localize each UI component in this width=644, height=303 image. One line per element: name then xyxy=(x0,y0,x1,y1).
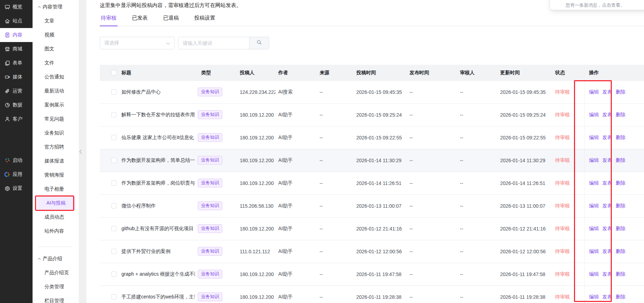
delete-link[interactable]: 删除 xyxy=(616,112,625,118)
publish-link[interactable]: 发表 xyxy=(602,203,612,209)
section-header[interactable]: 内容管理 xyxy=(33,0,79,14)
row-source: -- xyxy=(320,203,356,209)
edit-link[interactable]: 编辑 xyxy=(589,112,599,118)
row-checkbox[interactable] xyxy=(111,249,117,254)
publish-link[interactable]: 发表 xyxy=(602,294,612,300)
sidebar-item-应用[interactable]: 应用 xyxy=(0,167,33,181)
edit-link[interactable]: 编辑 xyxy=(589,135,599,141)
row-checkbox[interactable] xyxy=(111,112,117,117)
search-button[interactable] xyxy=(249,37,269,49)
row-title: graph + analytics 根据这个生成不同 xyxy=(119,271,198,277)
sidebar-item-公告通知[interactable]: 公告通知 xyxy=(36,70,76,84)
sidebar-item-启动[interactable]: 启动 xyxy=(0,153,33,167)
sidebar-item-分类管理[interactable]: 分类管理 xyxy=(36,280,76,294)
publish-link[interactable]: 发表 xyxy=(602,157,612,164)
publish-link[interactable]: 发表 xyxy=(602,112,612,118)
sidebar-item-案例展示[interactable]: 案例展示 xyxy=(36,98,76,112)
select-all-checkbox[interactable] xyxy=(111,70,117,75)
edit-link[interactable]: 编辑 xyxy=(589,180,599,186)
delete-link[interactable]: 删除 xyxy=(616,135,625,141)
delete-link[interactable]: 删除 xyxy=(616,89,625,95)
publish-link[interactable]: 发表 xyxy=(602,135,612,141)
sidebar-item-站外内容[interactable]: 站外内容 xyxy=(36,224,76,238)
col-update-time: 更新时间 xyxy=(500,70,555,76)
delete-link[interactable]: 删除 xyxy=(616,226,625,232)
sidebar-item-数据[interactable]: 数据 xyxy=(0,98,33,112)
row-submitter: 180.109.12.200 xyxy=(240,294,278,300)
sidebar-item-运营[interactable]: 运营 xyxy=(0,84,33,98)
row-submit-time: 2026-01-14 11:30:29 xyxy=(356,158,410,163)
sidebar-item-媒体报道[interactable]: 媒体报道 xyxy=(36,154,76,168)
sidebar-item-媒体[interactable]: 媒体 xyxy=(0,70,33,84)
delete-link[interactable]: 删除 xyxy=(616,180,625,186)
sidebar-item-图文[interactable]: 图文 xyxy=(36,42,76,56)
row-publish-time: -- xyxy=(410,249,460,254)
table-row: 手工搭建centos下的web环境，主要 业务知识 180.109.12.200… xyxy=(100,286,644,303)
delete-link[interactable]: 删除 xyxy=(616,203,625,209)
publish-link[interactable]: 发表 xyxy=(602,180,612,186)
sidebar-item-概览[interactable]: 概览 xyxy=(0,0,33,14)
sidebar-item-官方招聘[interactable]: 官方招聘 xyxy=(36,140,76,154)
section-header[interactable]: 产品介绍 xyxy=(33,252,79,266)
edit-link[interactable]: 编辑 xyxy=(589,89,599,95)
sidebar-item-内容[interactable]: 内容 xyxy=(0,28,33,42)
col-title: 标题 xyxy=(119,70,198,76)
sidebar-item-电子相册[interactable]: 电子相册 xyxy=(36,182,76,196)
sidebar-item-视频[interactable]: 视频 xyxy=(36,28,76,42)
delete-link[interactable]: 删除 xyxy=(616,157,625,164)
sidebar-item-业务知识[interactable]: 业务知识 xyxy=(36,126,76,140)
row-author: AI助手 xyxy=(278,157,320,164)
edit-link[interactable]: 编辑 xyxy=(589,248,599,255)
collapse-sidebar-handle[interactable] xyxy=(79,149,82,155)
status-badge: 待审核 xyxy=(555,180,584,186)
row-checkbox[interactable] xyxy=(111,180,117,186)
type-select[interactable]: 请选择 xyxy=(100,37,175,49)
edit-link[interactable]: 编辑 xyxy=(589,294,599,300)
delete-link[interactable]: 删除 xyxy=(616,248,625,255)
row-checkbox[interactable] xyxy=(111,271,117,277)
edit-link[interactable]: 编辑 xyxy=(589,271,599,277)
sidebar-item-文件[interactable]: 文件 xyxy=(36,56,76,70)
keyword-input[interactable] xyxy=(178,37,250,49)
sidebar-item-label: 概览 xyxy=(13,4,22,10)
sidebar-section-产品介绍: 产品介绍 产品介绍页 分类管理 栏目管理 xyxy=(33,252,79,303)
tab-已发表[interactable]: 已发表 xyxy=(131,15,149,26)
sidebar-item-产品介绍页[interactable]: 产品介绍页 xyxy=(36,266,76,280)
row-checkbox[interactable] xyxy=(111,294,117,299)
publish-link[interactable]: 发表 xyxy=(602,226,612,232)
row-checkbox[interactable] xyxy=(111,203,117,208)
sidebar-item-最新活动[interactable]: 最新活动 xyxy=(36,84,76,98)
row-checkbox[interactable] xyxy=(111,158,117,163)
sidebar-subitem-label: 成员动态 xyxy=(44,214,64,220)
row-author: AI搜索 xyxy=(278,89,320,95)
edit-link[interactable]: 编辑 xyxy=(589,203,599,209)
tab-待审核[interactable]: 待审核 xyxy=(100,15,118,26)
tab-投稿设置[interactable]: 投稿设置 xyxy=(193,15,216,26)
sidebar-item-商城[interactable]: 商城 xyxy=(0,42,33,56)
edit-link[interactable]: 编辑 xyxy=(589,226,599,232)
edit-link[interactable]: 编辑 xyxy=(589,157,599,164)
row-submit-time: 2026-01-14 11:26:51 xyxy=(356,180,410,186)
tab-已退稿[interactable]: 已退稿 xyxy=(162,15,180,26)
notification-toast[interactable]: 您有一条新消息，点击查看。 xyxy=(550,0,644,10)
delete-link[interactable]: 删除 xyxy=(616,271,625,277)
row-reviewer: -- xyxy=(460,294,500,300)
sidebar-item-文章[interactable]: 文章 xyxy=(36,14,76,28)
sidebar-item-成员动态[interactable]: 成员动态 xyxy=(36,210,76,224)
row-submit-time: 2026-01-11 19:28:38 xyxy=(356,294,410,300)
sidebar-item-设置[interactable]: 设置 xyxy=(0,181,33,195)
sidebar-item-AI与投稿[interactable]: AI与投稿 xyxy=(36,196,76,210)
publish-link[interactable]: 发表 xyxy=(602,248,612,255)
sidebar-item-营销海报[interactable]: 营销海报 xyxy=(36,168,76,182)
sidebar-item-客户[interactable]: 客户 xyxy=(0,112,33,126)
sidebar-item-站点[interactable]: 站点 xyxy=(0,14,33,28)
row-checkbox[interactable] xyxy=(111,89,117,95)
sidebar-item-常见问题[interactable]: 常见问题 xyxy=(36,112,76,126)
publish-link[interactable]: 发表 xyxy=(602,89,612,95)
sidebar-item-表单[interactable]: 表单 xyxy=(0,56,33,70)
row-checkbox[interactable] xyxy=(111,135,117,140)
row-checkbox[interactable] xyxy=(111,226,117,231)
delete-link[interactable]: 删除 xyxy=(616,294,625,300)
sidebar-item-栏目管理[interactable]: 栏目管理 xyxy=(36,294,76,303)
publish-link[interactable]: 发表 xyxy=(602,271,612,277)
